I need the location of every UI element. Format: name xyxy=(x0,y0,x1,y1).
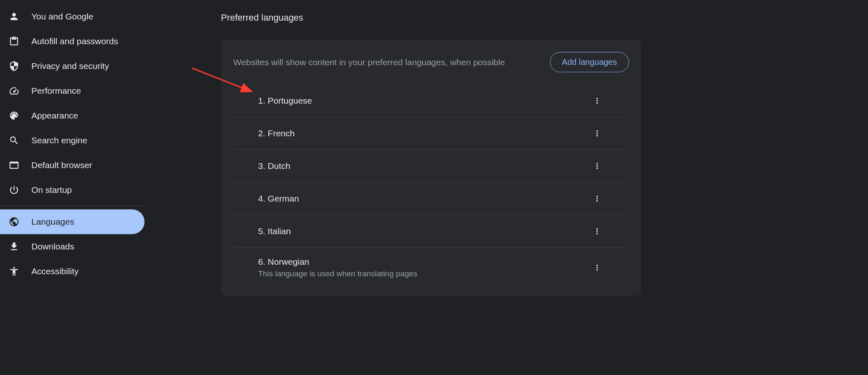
sidebar-item-label: Accessibility xyxy=(31,266,78,276)
language-row: 5. Italian xyxy=(233,215,629,248)
sidebar-item-accessibility[interactable]: Accessibility xyxy=(0,259,147,284)
language-more-button[interactable] xyxy=(590,126,604,140)
sidebar-item-label: Search engine xyxy=(31,135,87,145)
more-vert-icon xyxy=(593,129,602,138)
language-more-button[interactable] xyxy=(590,261,604,275)
language-name: 4. German xyxy=(258,194,299,204)
main-content: Preferred languages Websites will show c… xyxy=(147,0,868,375)
speedometer-icon xyxy=(8,85,20,97)
more-vert-icon xyxy=(593,194,602,203)
sidebar-item-downloads[interactable]: Downloads xyxy=(0,234,147,259)
sidebar-item-label: Performance xyxy=(31,86,81,96)
sidebar-item-label: Default browser xyxy=(31,160,92,170)
sidebar-item-label: On startup xyxy=(31,185,72,195)
sidebar-item-languages[interactable]: Languages xyxy=(0,209,145,234)
language-row: 4. German xyxy=(233,183,629,215)
palette-icon xyxy=(8,110,20,121)
power-icon xyxy=(8,184,20,196)
more-vert-icon xyxy=(593,161,602,171)
language-more-button[interactable] xyxy=(590,159,604,173)
language-row: 2. French xyxy=(233,117,629,150)
sidebar-item-autofill[interactable]: Autofill and passwords xyxy=(0,29,147,54)
sidebar-item-search-engine[interactable]: Search engine xyxy=(0,128,147,153)
accessibility-icon xyxy=(8,266,20,277)
sidebar-item-on-startup[interactable]: On startup xyxy=(0,178,147,202)
globe-icon xyxy=(8,216,20,228)
language-more-button[interactable] xyxy=(590,224,604,238)
sidebar-divider xyxy=(0,206,147,206)
language-row: 6. Norwegian This language is used when … xyxy=(233,248,629,287)
more-vert-icon xyxy=(593,263,602,272)
preferred-languages-card: Websites will show content in your prefe… xyxy=(221,40,641,296)
more-vert-icon xyxy=(593,96,602,105)
language-more-button[interactable] xyxy=(590,192,604,206)
sidebar-item-label: Privacy and security xyxy=(31,61,109,71)
settings-sidebar: You and Google Autofill and passwords Pr… xyxy=(0,0,147,375)
sidebar-item-appearance[interactable]: Appearance xyxy=(0,103,147,128)
card-header: Websites will show content in your prefe… xyxy=(221,40,641,85)
sidebar-item-label: You and Google xyxy=(31,12,93,21)
language-name: 6. Norwegian xyxy=(258,257,417,267)
add-languages-button[interactable]: Add languages xyxy=(550,52,629,72)
language-row: 3. Dutch xyxy=(233,150,629,183)
section-title: Preferred languages xyxy=(221,12,868,23)
language-subtitle: This language is used when translating p… xyxy=(258,269,417,278)
language-list: 1. Portuguese 2. French xyxy=(221,85,641,296)
sidebar-item-label: Autofill and passwords xyxy=(31,36,118,46)
card-description: Websites will show content in your prefe… xyxy=(233,57,505,67)
sidebar-item-you-and-google[interactable]: You and Google xyxy=(0,4,147,29)
language-name: 2. French xyxy=(258,128,295,138)
sidebar-item-label: Languages xyxy=(31,217,74,227)
browser-icon xyxy=(8,159,20,171)
sidebar-item-performance[interactable]: Performance xyxy=(0,78,147,103)
sidebar-item-default-browser[interactable]: Default browser xyxy=(0,153,147,178)
more-vert-icon xyxy=(593,227,602,236)
sidebar-item-privacy[interactable]: Privacy and security xyxy=(0,54,147,78)
sidebar-item-label: Appearance xyxy=(31,111,78,121)
language-name: 1. Portuguese xyxy=(258,96,312,106)
search-icon xyxy=(8,135,20,146)
language-row: 1. Portuguese xyxy=(233,85,629,117)
clipboard-icon xyxy=(8,36,20,47)
language-name: 3. Dutch xyxy=(258,161,290,171)
download-icon xyxy=(8,241,20,252)
shield-icon xyxy=(8,60,20,72)
language-more-button[interactable] xyxy=(590,94,604,108)
person-icon xyxy=(8,11,20,22)
language-name: 5. Italian xyxy=(258,226,291,236)
sidebar-item-label: Downloads xyxy=(31,242,74,252)
